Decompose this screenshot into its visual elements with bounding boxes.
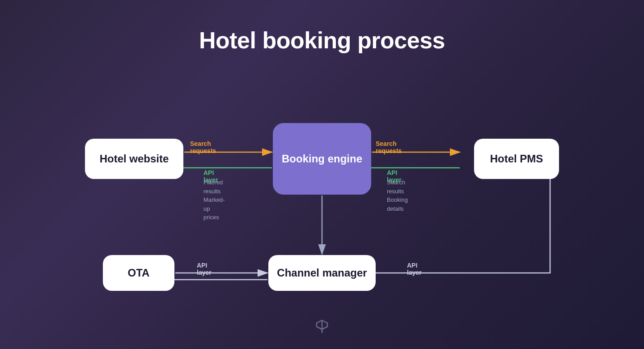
logo xyxy=(314,319,330,338)
booking-engine-node: Booking engine xyxy=(273,123,371,195)
hotel-pms-node: Hotel PMS xyxy=(474,139,559,179)
hotel-website-node: Hotel website xyxy=(85,139,183,179)
channel-manager-node: Channel manager xyxy=(268,255,376,291)
diagram: Search requests API layer Filtered resul… xyxy=(76,81,568,313)
ota-node: OTA xyxy=(103,255,174,291)
page-title: Hotel booking process xyxy=(0,0,644,54)
